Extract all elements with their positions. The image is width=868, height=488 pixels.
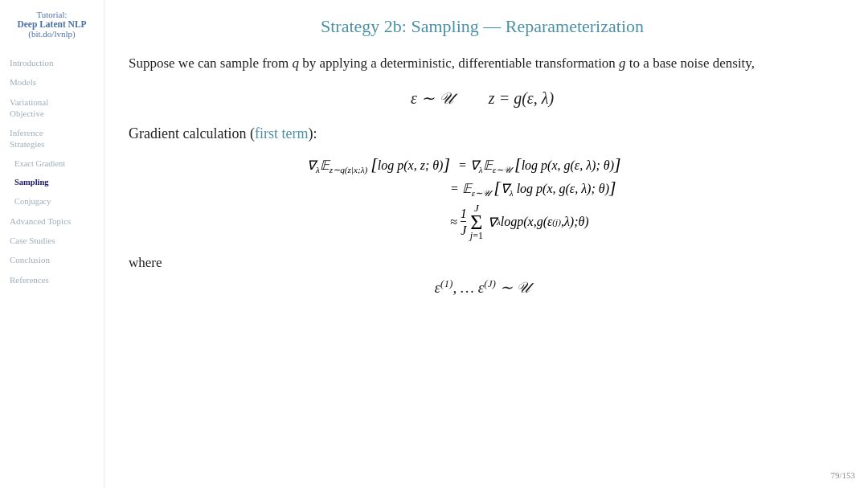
tutorial-url: (bit.do/lvnlp) [6, 29, 97, 39]
sidebar-item-exact-gradient[interactable]: Exact Gradient [6, 156, 97, 172]
sidebar-item-variational-objective[interactable]: VariationalObjective [6, 94, 97, 122]
sidebar-item-inference-strategies[interactable]: InferenceStrategies [6, 125, 97, 153]
equation-line-1: ∇λ𝔼z∼q(z|x;λ) [log p(x, z; θ)] = ∇λ𝔼ε∼𝒰 … [225, 154, 836, 175]
main-content: Strategy 2b: Sampling — Reparameterizati… [104, 0, 868, 488]
bottom-math: ε(1), … ε(J) ∼ 𝒰 [129, 277, 836, 297]
sidebar-item-conjugacy[interactable]: Conjugacy [6, 194, 97, 210]
equations-block: ∇λ𝔼z∼q(z|x;λ) [log p(x, z; θ)] = ∇λ𝔼ε∼𝒰 … [225, 154, 836, 243]
tutorial-header: Tutorial: Deep Latent NLP (bit.do/lvnlp) [6, 10, 97, 39]
tutorial-label: Tutorial: [6, 10, 97, 19]
equation-line-2: = 𝔼ε∼𝒰 [∇λ log p(x, g(ε, λ); θ)] [450, 177, 836, 199]
sidebar-item-conclusion[interactable]: Conclusion [6, 252, 97, 268]
sidebar-item-references[interactable]: References [6, 272, 97, 288]
sidebar-item-models[interactable]: Models [6, 74, 97, 90]
equation-line-3: ≈ 1 J J Σ j=1 ∇λ log p(x, g(ε(j), λ); θ) [450, 202, 836, 242]
eq2-rhs: = 𝔼ε∼𝒰 [∇λ log p(x, g(ε, λ); θ)] [450, 177, 616, 199]
gradient-heading: Gradient calculation (first term): [129, 125, 836, 142]
sidebar-item-introduction[interactable]: Introduction [6, 55, 97, 71]
math-epsilon-z: ε ∼ 𝒰 z = g(ε, λ) [129, 88, 836, 108]
tutorial-title: Deep Latent NLP [6, 19, 97, 29]
q-variable: q [292, 55, 299, 71]
eq1-lhs: ∇λ𝔼z∼q(z|x;λ) [log p(x, z; θ)] [225, 154, 450, 175]
sidebar-item-case-studies[interactable]: Case Studies [6, 232, 97, 248]
slide-title: Strategy 2b: Sampling — Reparameterizati… [129, 16, 836, 37]
eq3-rhs: ≈ 1 J J Σ j=1 ∇λ log p(x, g(ε(j), λ); θ) [450, 202, 589, 242]
first-term-label: first term [255, 125, 308, 141]
sidebar: Tutorial: Deep Latent NLP (bit.do/lvnlp)… [0, 0, 104, 488]
sidebar-item-sampling[interactable]: Sampling [6, 174, 97, 191]
sidebar-item-advanced-topics[interactable]: Advanced Topics [6, 213, 97, 229]
eq1-rhs: = ∇λ𝔼ε∼𝒰 [log p(x, g(ε, λ); θ)] [458, 154, 621, 175]
where-text: where [129, 255, 836, 271]
page-number: 79/153 [830, 470, 855, 480]
g-variable: g [619, 55, 626, 71]
intro-paragraph: Suppose we can sample from q by applying… [129, 53, 836, 74]
